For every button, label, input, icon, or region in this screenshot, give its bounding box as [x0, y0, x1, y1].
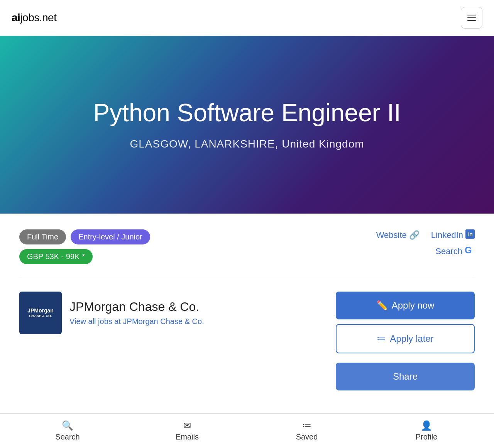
apply-later-icon: ≔: [377, 333, 386, 344]
job-location: GLASGOW, LANARKSHIRE, United Kingdom: [130, 138, 364, 150]
company-row: JPMorgan CHASE & CO. JPMorgan Chase & Co…: [19, 284, 475, 390]
company-details: JPMorgan Chase & Co. View all jobs at JP…: [69, 300, 204, 326]
website-icon: 🔗: [409, 230, 420, 240]
company-info: JPMorgan CHASE & CO. JPMorgan Chase & Co…: [19, 292, 204, 334]
tags-left: Full Time Entry-level / Junior GBP 53K -…: [19, 229, 150, 264]
menu-line-1: [467, 15, 476, 15]
saved-nav-icon: ≔: [302, 420, 311, 431]
apply-now-icon: ✏️: [376, 300, 388, 311]
action-buttons: ✏️ Apply now ≔ Apply later Share: [336, 292, 475, 390]
google-icon: G: [465, 245, 475, 258]
logo-rest: jobs.net: [20, 12, 56, 24]
saved-nav-label: Saved: [296, 433, 318, 441]
company-name: JPMorgan Chase & Co.: [69, 300, 204, 314]
job-title: Python Software Engineer II: [93, 99, 401, 126]
search-link-label: Search: [435, 246, 462, 256]
linkedin-label: LinkedIn: [431, 230, 463, 240]
website-label: Website: [376, 230, 407, 240]
employment-type-tag[interactable]: Full Time: [19, 229, 66, 244]
mid-divider: [19, 276, 475, 276]
tags-group-top: Full Time Entry-level / Junior: [19, 229, 150, 244]
view-jobs-link[interactable]: View all jobs at JPMorgan Chase & Co.: [69, 317, 204, 326]
top-links-row: Website 🔗 LinkedIn: [376, 229, 475, 241]
linkedin-icon: [465, 229, 475, 241]
bottom-links-row: Search G: [435, 245, 475, 258]
profile-nav-icon: 👤: [421, 420, 432, 431]
header: aijobs.net: [0, 0, 494, 36]
share-label: Share: [393, 371, 418, 382]
company-logo[interactable]: JPMorgan CHASE & CO.: [19, 292, 62, 334]
bottom-nav: 🔍 Search ✉ Emails ≔ Saved 👤 Profile: [0, 413, 494, 448]
company-logo-text: JPMorgan CHASE & CO.: [27, 307, 54, 319]
share-button[interactable]: Share: [336, 363, 475, 390]
apply-now-button[interactable]: ✏️ Apply now: [336, 292, 475, 319]
emails-nav-icon: ✉: [183, 420, 191, 431]
nav-search[interactable]: 🔍 Search: [8, 420, 127, 441]
nav-profile[interactable]: 👤 Profile: [367, 420, 486, 441]
apply-later-label: Apply later: [390, 333, 433, 344]
logo-ai: ai: [12, 12, 20, 24]
profile-nav-label: Profile: [416, 433, 438, 441]
external-links: Website 🔗 LinkedIn Search G: [376, 229, 475, 258]
site-logo[interactable]: aijobs.net: [12, 12, 56, 24]
linkedin-link[interactable]: LinkedIn: [431, 229, 475, 241]
apply-now-label: Apply now: [392, 300, 435, 311]
salary-tag[interactable]: GBP 53K - 99K *: [19, 249, 93, 264]
svg-text:G: G: [465, 245, 472, 255]
nav-saved[interactable]: ≔ Saved: [247, 420, 367, 441]
tags-links-row: Full Time Entry-level / Junior GBP 53K -…: [19, 229, 475, 264]
nav-emails[interactable]: ✉ Emails: [127, 420, 247, 441]
tags-group-bottom: GBP 53K - 99K *: [19, 249, 150, 264]
search-nav-icon: 🔍: [62, 420, 73, 431]
level-tag[interactable]: Entry-level / Junior: [71, 229, 150, 244]
emails-nav-label: Emails: [176, 433, 199, 441]
main-content: Full Time Entry-level / Junior GBP 53K -…: [0, 214, 494, 406]
search-nav-label: Search: [55, 433, 80, 441]
hero-banner: Python Software Engineer II GLASGOW, LAN…: [0, 36, 494, 214]
menu-line-3: [467, 20, 476, 21]
apply-later-button[interactable]: ≔ Apply later: [336, 324, 475, 353]
search-link[interactable]: Search G: [435, 245, 475, 258]
menu-line-2: [467, 17, 476, 18]
website-link[interactable]: Website 🔗: [376, 230, 420, 240]
hamburger-menu-button[interactable]: [461, 7, 482, 29]
